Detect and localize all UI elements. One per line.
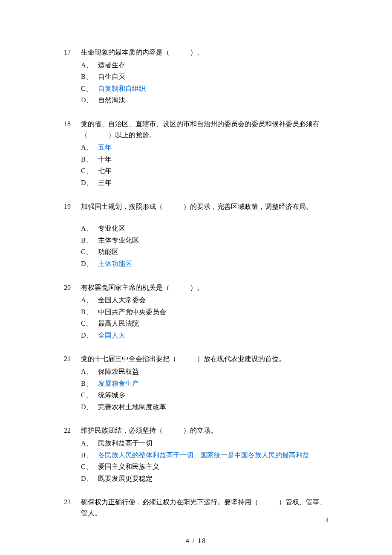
- option-row: A、专业化区: [81, 223, 328, 234]
- option-letter: C、: [81, 318, 98, 329]
- question-block: 21党的十七届三中全会指出要把（ ）放在现代农业建设的首位。A、保障农民权益B、…: [64, 353, 328, 413]
- question-row: 23确保权力正确行使，必须让权力在阳光下运行。要坚持用（ ）管权、管事、管人。: [64, 497, 328, 520]
- option-text: 统筹城乡: [98, 390, 328, 401]
- option-row: A、适者生存: [81, 60, 328, 71]
- question-body: 加强国土规划，按照形成（ ）的要求，完善区域政策，调整经济布局。A、专业化区B、…: [81, 201, 328, 270]
- page-content: 17生命现象的最本质的内容是（ ）。A、适者生存B、自生自灭C、自复制和自组织D…: [0, 0, 392, 520]
- option-letter: A、: [81, 295, 98, 306]
- page-footer: 4 / 18: [0, 535, 392, 546]
- option-text: 三年: [98, 177, 328, 188]
- question-row: 18党的省、自治区、直辖市、设区的市和自治州的委员会的委员和候补委员必须有（ ）…: [64, 119, 328, 189]
- option-text: 完善农村土地制度改革: [98, 402, 328, 413]
- option-text: 既要发展更要稳定: [98, 473, 328, 484]
- option-letter: D、: [81, 473, 98, 484]
- question-block: 19加强国土规划，按照形成（ ）的要求，完善区域政策，调整经济布局。A、专业化区…: [64, 201, 328, 270]
- option-text: 各民族人民的整体利益高于一切、国家统一是中国各族人民的最高利益: [98, 450, 328, 461]
- option-letter: D、: [81, 177, 98, 188]
- option-row: D、全国人大: [81, 330, 328, 341]
- option-letter: C、: [81, 461, 98, 472]
- option-text: 七年: [98, 165, 328, 176]
- option-letter: D、: [81, 95, 98, 106]
- question-block: 22维护民族团结，必须坚持（ ）的立场。A、民族利益高于一切B、各民族人民的整体…: [64, 425, 328, 485]
- option-text: 民族利益高于一切: [98, 438, 328, 449]
- option-row: B、各民族人民的整体利益高于一切、国家统一是中国各族人民的最高利益: [81, 450, 328, 461]
- question-stem: 确保权力正确行使，必须让权力在阳光下运行。要坚持用（ ）管权、管事、管人。: [81, 497, 328, 518]
- option-text: 专业化区: [98, 223, 328, 234]
- option-letter: A、: [81, 142, 98, 153]
- question-body: 有权罢免国家主席的机关是（ ）。A、全国人大常委会B、中国共产党中央委员会C、最…: [81, 282, 328, 342]
- option-text: 自生自灭: [98, 71, 328, 82]
- option-letter: A、: [81, 438, 98, 449]
- option-text: 主体功能区: [98, 258, 328, 269]
- question-stem: 生命现象的最本质的内容是（ ）。: [81, 47, 328, 58]
- question-block: 17生命现象的最本质的内容是（ ）。A、适者生存B、自生自灭C、自复制和自组织D…: [64, 47, 328, 107]
- question-row: 22维护民族团结，必须坚持（ ）的立场。A、民族利益高于一切B、各民族人民的整体…: [64, 425, 328, 485]
- question-stem: 维护民族团结，必须坚持（ ）的立场。: [81, 425, 328, 436]
- question-stem: 党的省、自治区、直辖市、设区的市和自治州的委员会的委员和候补委员必须有（ ）以上…: [81, 119, 328, 140]
- question-number: 23: [64, 497, 81, 508]
- option-row: B、中国共产党中央委员会: [81, 306, 328, 318]
- question-number: 19: [64, 201, 81, 212]
- option-letter: D、: [81, 258, 98, 269]
- corner-page-number: 4: [325, 516, 328, 525]
- option-row: C、统筹城乡: [81, 390, 328, 401]
- option-row: D、完善农村土地制度改革: [81, 402, 328, 413]
- option-row: B、自生自灭: [81, 71, 328, 82]
- option-text: 自复制和自组织: [98, 83, 328, 94]
- question-body: 党的十七届三中全会指出要把（ ）放在现代农业建设的首位。A、保障农民权益B、发展…: [81, 353, 328, 413]
- option-letter: B、: [81, 154, 98, 165]
- option-text: 全国人大常委会: [98, 295, 328, 306]
- option-text: 十年: [98, 154, 328, 165]
- option-letter: B、: [81, 450, 98, 461]
- option-row: B、十年: [81, 154, 328, 165]
- option-letter: A、: [81, 60, 98, 71]
- option-row: B、主体专业化区: [81, 235, 328, 246]
- question-block: 18党的省、自治区、直辖市、设区的市和自治州的委员会的委员和候补委员必须有（ ）…: [64, 119, 328, 189]
- option-row: A、五年: [81, 142, 328, 153]
- option-letter: D、: [81, 402, 98, 413]
- option-letter: A、: [81, 223, 98, 234]
- option-row: C、最高人民法院: [81, 318, 328, 329]
- option-text: 全国人大: [98, 330, 328, 341]
- option-letter: B、: [81, 378, 98, 389]
- option-letter: A、: [81, 366, 98, 377]
- option-letter: D、: [81, 330, 98, 341]
- options-list: A、民族利益高于一切B、各民族人民的整体利益高于一切、国家统一是中国各族人民的最…: [81, 438, 328, 484]
- question-row: 21党的十七届三中全会指出要把（ ）放在现代农业建设的首位。A、保障农民权益B、…: [64, 353, 328, 413]
- question-number: 18: [64, 119, 81, 130]
- option-letter: C、: [81, 390, 98, 401]
- option-row: A、保障农民权益: [81, 366, 328, 377]
- question-body: 党的省、自治区、直辖市、设区的市和自治州的委员会的委员和候补委员必须有（ ）以上…: [81, 119, 328, 189]
- option-text: 爱国主义和民族主义: [98, 461, 328, 472]
- question-stem: 党的十七届三中全会指出要把（ ）放在现代农业建设的首位。: [81, 353, 328, 364]
- option-row: D、主体功能区: [81, 258, 328, 269]
- option-row: C、功能区: [81, 246, 328, 257]
- option-letter: C、: [81, 246, 98, 257]
- options-list: A、保障农民权益B、发展粮食生产C、统筹城乡D、完善农村土地制度改革: [81, 366, 328, 412]
- question-row: 19加强国土规划，按照形成（ ）的要求，完善区域政策，调整经济布局。A、专业化区…: [64, 201, 328, 270]
- question-body: 确保权力正确行使，必须让权力在阳光下运行。要坚持用（ ）管权、管事、管人。: [81, 497, 328, 520]
- option-text: 发展粮食生产: [98, 378, 328, 389]
- option-row: D、既要发展更要稳定: [81, 473, 328, 484]
- question-block: 20有权罢免国家主席的机关是（ ）。A、全国人大常委会B、中国共产党中央委员会C…: [64, 282, 328, 342]
- option-row: C、自复制和自组织: [81, 83, 328, 94]
- question-body: 维护民族团结，必须坚持（ ）的立场。A、民族利益高于一切B、各民族人民的整体利益…: [81, 425, 328, 485]
- option-row: B、发展粮食生产: [81, 378, 328, 389]
- options-list: A、专业化区B、主体专业化区C、功能区D、主体功能区: [81, 223, 328, 269]
- options-list: A、全国人大常委会B、中国共产党中央委员会C、最高人民法院D、全国人大: [81, 295, 328, 341]
- option-row: D、自然淘汰: [81, 95, 328, 106]
- option-text: 保障农民权益: [98, 366, 328, 377]
- question-row: 20有权罢免国家主席的机关是（ ）。A、全国人大常委会B、中国共产党中央委员会C…: [64, 282, 328, 342]
- option-letter: C、: [81, 83, 98, 94]
- question-row: 17生命现象的最本质的内容是（ ）。A、适者生存B、自生自灭C、自复制和自组织D…: [64, 47, 328, 107]
- option-row: C、爱国主义和民族主义: [81, 461, 328, 472]
- question-body: 生命现象的最本质的内容是（ ）。A、适者生存B、自生自灭C、自复制和自组织D、自…: [81, 47, 328, 107]
- option-letter: B、: [81, 235, 98, 246]
- options-list: A、五年B、十年C、七年D、三年: [81, 142, 328, 188]
- question-number: 17: [64, 47, 81, 58]
- question-number: 20: [64, 282, 81, 293]
- option-text: 主体专业化区: [98, 235, 328, 246]
- option-row: A、民族利益高于一切: [81, 438, 328, 449]
- option-row: A、全国人大常委会: [81, 295, 328, 306]
- option-text: 自然淘汰: [98, 95, 328, 106]
